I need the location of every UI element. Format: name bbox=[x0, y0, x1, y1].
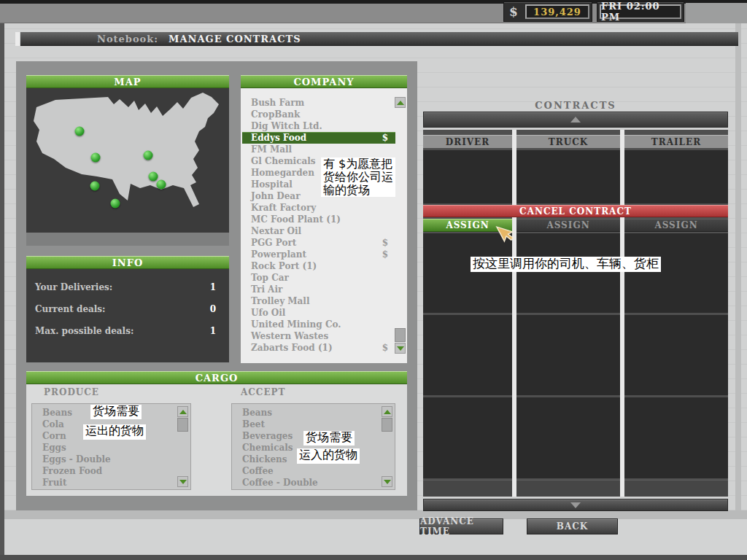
accept-scrollbar-thumb[interactable] bbox=[382, 418, 392, 432]
company-map-marker[interactable] bbox=[90, 182, 99, 191]
dollar-flag-icon: $ bbox=[379, 132, 388, 144]
company-map-marker[interactable] bbox=[157, 180, 166, 190]
company-list-item[interactable]: Top Car bbox=[242, 272, 395, 284]
dollar-icon: $ bbox=[504, 4, 523, 19]
company-list-item[interactable]: FM Mall bbox=[242, 144, 395, 155]
company-name: Eddys Food bbox=[251, 132, 379, 144]
accept-item[interactable]: Coffee bbox=[242, 465, 380, 477]
info-value: 0 bbox=[210, 304, 216, 326]
company-scrollbar-thumb[interactable] bbox=[395, 328, 406, 342]
dollar-flag-icon bbox=[379, 295, 388, 307]
down-arrow-icon bbox=[384, 480, 391, 484]
contract-cell[interactable] bbox=[624, 233, 728, 313]
company-name: Dig Witch Ltd. bbox=[251, 120, 379, 132]
dollar-flag-icon: $ bbox=[379, 237, 388, 249]
accept-column-label: ACCEPT bbox=[241, 387, 286, 397]
assign-truck-button[interactable]: ASSIGN bbox=[516, 219, 620, 232]
company-map-marker[interactable] bbox=[110, 198, 120, 208]
produce-item[interactable]: Eggs bbox=[42, 442, 176, 454]
contract-cell[interactable] bbox=[423, 397, 512, 478]
company-list-item[interactable]: Ufo Oil bbox=[242, 307, 395, 319]
contracts-scroll-up-bar[interactable] bbox=[423, 112, 728, 128]
company-map-marker[interactable] bbox=[149, 172, 158, 182]
company-list-item[interactable]: Bush Farm bbox=[242, 97, 395, 109]
company-list-item[interactable]: Western Wastes bbox=[242, 330, 395, 342]
company-list-item[interactable]: Zabarts Food (1) $ bbox=[242, 342, 395, 354]
cancel-contract-button[interactable]: CANCEL CONTRACT bbox=[423, 205, 728, 217]
company-scroll-up-button[interactable] bbox=[395, 97, 406, 108]
produce-item[interactable]: Fruit bbox=[42, 477, 176, 489]
company-list-item[interactable]: Trolley Mall bbox=[242, 295, 395, 307]
top-right-block bbox=[686, 3, 747, 23]
company-list-item[interactable]: MC Food Plant (1) bbox=[242, 214, 395, 225]
accept-scroll-down-button[interactable] bbox=[382, 476, 392, 487]
info-label: Current deals: bbox=[35, 304, 210, 326]
company-list-item[interactable]: PGG Port $ bbox=[242, 237, 395, 249]
company-list-item[interactable]: Powerplant $ bbox=[242, 249, 395, 260]
truck-slot[interactable] bbox=[516, 150, 620, 203]
dollar-flag-icon bbox=[379, 225, 388, 237]
contract-cell[interactable] bbox=[516, 315, 620, 395]
company-list-item[interactable]: Kraft Factory bbox=[242, 202, 395, 214]
company-map-marker[interactable] bbox=[90, 153, 100, 163]
contract-cell[interactable] bbox=[423, 315, 512, 395]
dollar-flag-icon bbox=[379, 97, 388, 109]
advance-time-button[interactable]: ADVANCE TIME bbox=[419, 518, 503, 534]
accept-item[interactable]: Beans bbox=[242, 407, 380, 419]
contracts-scroll-down-bar[interactable] bbox=[423, 499, 728, 511]
company-name: Zabarts Food (1) bbox=[251, 342, 379, 354]
dollar-flag-icon bbox=[379, 272, 388, 284]
company-map-marker[interactable] bbox=[144, 150, 153, 160]
company-name: Trolley Mall bbox=[251, 295, 379, 307]
map-panel bbox=[26, 88, 229, 233]
company-list-item[interactable]: Tri Air bbox=[242, 284, 395, 295]
company-map-marker[interactable] bbox=[74, 126, 84, 136]
company-list-item[interactable]: Nextar Oil bbox=[242, 225, 395, 237]
produce-scroll-down-button[interactable] bbox=[177, 476, 188, 487]
driver-slot[interactable] bbox=[423, 150, 512, 203]
produce-annotation-line1: 货场需要 bbox=[90, 405, 142, 419]
contracts-grid: DRIVER ASSIGN TRUCK ASSIGN TRAILER ASSIG… bbox=[423, 130, 728, 497]
column-footer bbox=[516, 480, 620, 497]
info-panel-header: INFO bbox=[26, 256, 229, 269]
back-button[interactable]: BACK bbox=[527, 518, 618, 534]
company-name: Nextar Oil bbox=[251, 225, 379, 237]
company-name: United Mining Co. bbox=[251, 319, 379, 330]
info-panel: Your Deliveries: 1 Current deals: 0 Max.… bbox=[26, 269, 229, 362]
produce-annotation-line2: 运出的货物 bbox=[83, 424, 146, 440]
cargo-panel-title: CARGO bbox=[196, 373, 239, 384]
produce-item[interactable]: Eggs - Double bbox=[42, 454, 176, 465]
contract-cell[interactable] bbox=[423, 233, 512, 313]
accept-item[interactable]: Beet bbox=[242, 419, 380, 430]
contract-cell[interactable] bbox=[624, 315, 728, 395]
info-row: Current deals: 0 bbox=[35, 304, 216, 326]
contract-cell[interactable] bbox=[516, 233, 620, 313]
contract-cell[interactable] bbox=[624, 397, 728, 478]
time-widget: FRI 02:00 PM bbox=[597, 1, 684, 22]
company-annotation: 有 $为愿意把 货给你公司运 输的货场 bbox=[321, 158, 395, 197]
produce-scroll-up-button[interactable] bbox=[177, 406, 188, 417]
mouse-cursor bbox=[495, 222, 516, 243]
company-list-item[interactable]: Rock Port (1) bbox=[242, 260, 395, 272]
up-arrow-icon bbox=[179, 410, 187, 414]
produce-scrollbar-thumb[interactable] bbox=[177, 418, 188, 432]
contracts-section-title: CONTRACTS bbox=[423, 100, 728, 112]
assign-trailer-button[interactable]: ASSIGN bbox=[624, 219, 728, 232]
produce-item[interactable]: Frozen Food bbox=[42, 465, 176, 477]
company-name: MC Food Plant (1) bbox=[251, 214, 379, 225]
company-panel: Bush Farm CropBank Dig Witch Ltd. Eddys … bbox=[241, 88, 407, 363]
truck-column: TRUCK ASSIGN bbox=[516, 130, 620, 497]
company-list-item[interactable]: United Mining Co. bbox=[242, 319, 395, 330]
company-list-item[interactable]: Eddys Food $ bbox=[242, 132, 395, 144]
accept-scroll-up-button[interactable] bbox=[382, 406, 392, 417]
screen-right-edge bbox=[735, 0, 741, 560]
company-scroll-down-button[interactable] bbox=[395, 343, 406, 354]
trailer-slot[interactable] bbox=[624, 150, 728, 203]
company-list-item[interactable]: CropBank bbox=[242, 109, 395, 120]
company-list-item[interactable]: Dig Witch Ltd. bbox=[242, 120, 395, 132]
accept-item[interactable]: Coffee - Double bbox=[242, 477, 380, 489]
contract-cell[interactable] bbox=[516, 397, 620, 478]
cargo-panel-header: CARGO bbox=[26, 371, 407, 384]
info-panel-title: INFO bbox=[112, 257, 144, 268]
produce-column-label: PRODUCE bbox=[44, 387, 99, 397]
